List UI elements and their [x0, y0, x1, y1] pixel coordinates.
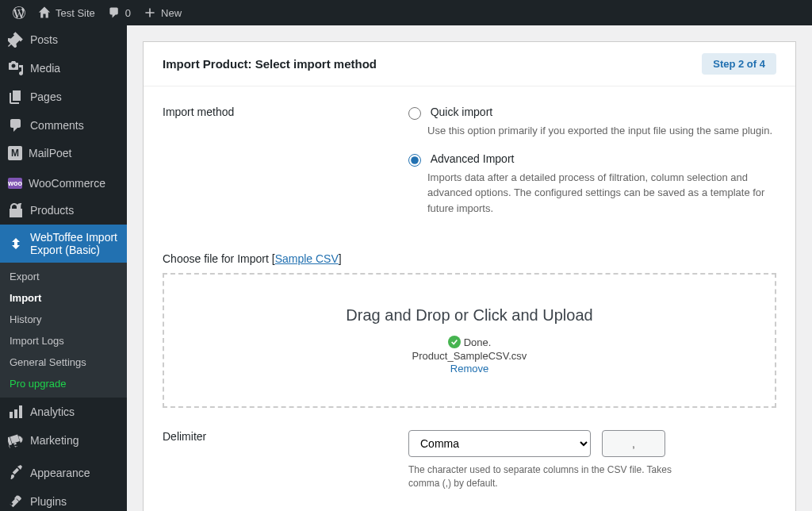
quick-import-title: Quick import [431, 106, 493, 118]
sidebar-item-woocommerce[interactable]: woo WooCommerce [0, 171, 127, 196]
step-indicator: Step 2 of 4 [702, 53, 776, 75]
main-content: Import Product: Select import method Ste… [127, 25, 812, 511]
new-label: New [161, 7, 182, 19]
sidebar-label: Plugins [30, 495, 67, 508]
sidebar-item-appearance[interactable]: Appearance [0, 459, 127, 487]
sidebar-label: Analytics [30, 405, 75, 418]
sample-csv-link[interactable]: Sample CSV [275, 252, 339, 265]
quick-import-radio[interactable] [408, 107, 421, 120]
pin-icon [8, 32, 24, 48]
analytics-icon [8, 404, 24, 420]
comments-link[interactable]: 0 [102, 0, 137, 25]
new-content-link[interactable]: New [137, 0, 188, 25]
advanced-import-desc: Imports data after a detailed process of… [427, 170, 776, 217]
sidebar-item-plugins[interactable]: Plugins [0, 487, 127, 511]
mailpoet-icon: M [8, 146, 22, 160]
sidebar-label: Products [30, 204, 74, 217]
delimiter-custom-input[interactable] [602, 430, 665, 457]
brush-icon [8, 465, 24, 481]
plugin-icon [8, 494, 24, 509]
subitem-export[interactable]: Export [0, 266, 127, 287]
sidebar-item-media[interactable]: Media [0, 54, 127, 83]
sidebar-label: Pages [30, 90, 62, 103]
comment-icon [108, 6, 121, 19]
plus-icon [144, 6, 156, 19]
subitem-general-settings[interactable]: General Settings [0, 352, 127, 373]
sidebar-item-analytics[interactable]: Analytics [0, 398, 127, 426]
wordpress-icon [13, 6, 25, 19]
check-icon [448, 336, 461, 348]
import-panel: Import Product: Select import method Ste… [143, 41, 796, 511]
site-name-text: Test Site [56, 7, 95, 19]
sidebar-label: Appearance [30, 467, 90, 479]
sidebar-item-posts[interactable]: Posts [0, 25, 127, 54]
page-icon [8, 89, 24, 105]
import-method-label: Import method [163, 106, 408, 230]
delimiter-label: Delimiter [163, 430, 408, 490]
product-icon [8, 202, 24, 218]
wp-logo[interactable] [6, 0, 32, 25]
sidebar-item-mailpoet[interactable]: M MailPoet [0, 140, 127, 167]
upload-status: Done. [448, 336, 492, 348]
megaphone-icon [8, 432, 24, 448]
sidebar-label: Media [30, 62, 60, 75]
comments-count: 0 [125, 7, 131, 19]
advanced-import-radio[interactable] [408, 154, 421, 167]
media-icon [8, 60, 24, 76]
subitem-pro-upgrade[interactable]: Pro upgrade [0, 373, 127, 394]
woocommerce-icon: woo [8, 178, 22, 189]
uploaded-filename: Product_SampleCSV.csv [180, 350, 759, 362]
sidebar-item-pages[interactable]: Pages [0, 83, 127, 111]
sidebar-label: Comments [30, 119, 84, 132]
dropzone-title: Drag and Drop or Click and Upload [180, 306, 759, 325]
panel-header: Import Product: Select import method Ste… [144, 42, 795, 86]
sidebar-item-comments[interactable]: Comments [0, 111, 127, 140]
remove-file-link[interactable]: Remove [450, 363, 488, 375]
sidebar-item-webtoffee[interactable]: WebToffee Import Export (Basic) [0, 225, 127, 263]
import-export-icon [8, 236, 24, 252]
choose-file-label: Choose file for Import [Sample CSV] [163, 252, 408, 265]
advanced-import-option[interactable]: Advanced Import [408, 153, 514, 165]
sidebar-label: WooCommerce [29, 177, 105, 190]
quick-import-option[interactable]: Quick import [408, 106, 492, 118]
sidebar-item-products[interactable]: Products [0, 196, 127, 225]
delimiter-select[interactable]: Comma [408, 430, 591, 457]
panel-title: Import Product: Select import method [163, 57, 377, 71]
site-name-link[interactable]: Test Site [32, 0, 102, 25]
subitem-import-logs[interactable]: Import Logs [0, 330, 127, 352]
delimiter-hint: The character used to separate columns i… [408, 463, 678, 490]
admin-bar: Test Site 0 New [0, 0, 812, 25]
quick-import-desc: Use this option primarily if you exporte… [427, 123, 776, 139]
sidebar-label: Marketing [30, 434, 79, 447]
sidebar-label: MailPoet [29, 147, 71, 159]
comment-icon [8, 117, 24, 133]
file-dropzone[interactable]: Drag and Drop or Click and Upload Done. … [163, 273, 776, 408]
webtoffee-submenu: Export Import History Import Logs Genera… [0, 263, 127, 398]
admin-sidebar: Posts Media Pages Comments M MailPoet wo… [0, 25, 127, 511]
subitem-history[interactable]: History [0, 309, 127, 330]
sidebar-item-marketing[interactable]: Marketing [0, 426, 127, 455]
sidebar-label: WebToffee Import Export (Basic) [30, 231, 119, 256]
subitem-import[interactable]: Import [0, 287, 127, 309]
sidebar-label: Posts [30, 33, 58, 46]
home-icon [38, 6, 51, 19]
advanced-import-title: Advanced Import [431, 152, 515, 165]
